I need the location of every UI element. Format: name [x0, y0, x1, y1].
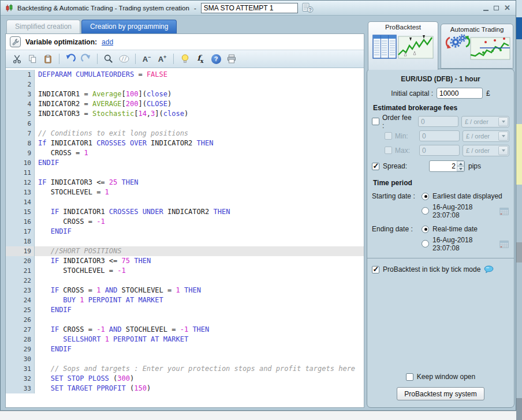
hint-icon[interactable]: [179, 53, 191, 65]
spread-checkbox[interactable]: [372, 163, 379, 170]
spread-input[interactable]: [430, 162, 457, 170]
starting-custom-date: 16-Aug-2018 23:07:08: [432, 203, 494, 219]
maximize-button[interactable]: [494, 6, 499, 10]
max-fee-unit-select[interactable]: £ / order: [463, 145, 509, 156]
code-line[interactable]: 16 CROSS = -1: [6, 217, 364, 227]
wrench-icon: [12, 38, 20, 46]
code-line[interactable]: 24 BUY 1 PERPOINT AT MARKET: [6, 295, 364, 305]
code-line[interactable]: 29 ENDIF: [6, 344, 364, 354]
code-line[interactable]: 6: [6, 119, 364, 129]
order-fee-checkbox[interactable]: [372, 118, 379, 125]
variable-optimization-button[interactable]: [10, 36, 21, 47]
code-line[interactable]: 4INDICATOR2 = AVERAGE[200](CLOSE): [6, 99, 364, 109]
calendar-icon[interactable]: [499, 239, 509, 249]
starting-date-label: Starting date :: [372, 192, 418, 200]
code-line[interactable]: 10ENDIF: [6, 158, 364, 168]
order-fee-input[interactable]: [418, 116, 458, 127]
print-icon[interactable]: [226, 53, 237, 65]
undo-icon[interactable]: [65, 53, 76, 65]
max-fee-input[interactable]: [419, 145, 460, 156]
code-line[interactable]: 22: [6, 276, 364, 286]
tooltip-bubble-icon[interactable]: [484, 265, 494, 273]
code-line[interactable]: 26: [6, 315, 364, 325]
keep-window-checkbox[interactable]: [406, 373, 413, 381]
max-fee-row: Max: £ / order: [372, 143, 509, 158]
min-fee-checkbox[interactable]: [385, 132, 392, 140]
ending-realtime-label: Real-time date: [432, 225, 478, 233]
ending-realtime-radio[interactable]: [422, 226, 429, 233]
spread-stepper[interactable]: [429, 160, 465, 172]
copy-icon[interactable]: [27, 53, 38, 65]
comment-icon[interactable]: //: [118, 53, 130, 65]
tab-creation-by-programming[interactable]: Creation by programming: [81, 20, 177, 33]
spread-increment-button[interactable]: [457, 161, 464, 166]
initial-capital-row: Initial capital : £: [372, 88, 509, 99]
code-line[interactable]: 21 STOCHLEVEL = -1: [6, 266, 364, 276]
code-line[interactable]: 3INDICATOR1 = Average[100](close): [6, 89, 364, 99]
tab-probacktest[interactable]: ProBacktest: [368, 21, 438, 70]
line-number: 19: [6, 246, 35, 256]
code-line[interactable]: 32 SET STOP PLOSS (300): [6, 374, 364, 384]
code-line[interactable]: 30: [6, 354, 364, 364]
tab-automatic-trading[interactable]: Automatic Trading: [441, 24, 513, 69]
min-fee-unit-select[interactable]: £ / order: [463, 130, 509, 142]
code-line[interactable]: 5INDICATOR3 = Stochastic[14,3](close): [6, 109, 364, 119]
code-line[interactable]: 14: [6, 197, 364, 207]
insert-function-icon[interactable]: fx: [195, 53, 206, 65]
code-line[interactable]: 13 STOCHLEVEL = 1: [6, 187, 364, 197]
order-fee-row: Order fee : £ / order: [372, 114, 509, 129]
starting-custom-radio[interactable]: [422, 207, 429, 215]
tick-mode-checkbox[interactable]: [372, 266, 379, 273]
code-line[interactable]: 31 // Sops and targets : Enter your prot…: [6, 364, 364, 374]
min-fee-input[interactable]: [419, 130, 460, 141]
system-description-icon[interactable]: ?: [301, 2, 314, 13]
code-line[interactable]: 2: [6, 80, 364, 89]
code-line[interactable]: 12IF INDICATOR3 <= 25 THEN: [6, 178, 364, 187]
code-line[interactable]: 7// Conditions to exit long positions: [6, 129, 364, 138]
code-line[interactable]: 15 IF INDICATOR1 CROSSES UNDER INDICATOR…: [6, 207, 364, 217]
starting-earliest-radio[interactable]: [422, 193, 429, 200]
code-line[interactable]: 18: [6, 237, 364, 246]
dropdown-arrow-button[interactable]: [498, 146, 508, 155]
code-line[interactable]: 25 ENDIF: [6, 305, 364, 315]
svg-text:?: ?: [308, 7, 311, 13]
initial-capital-input[interactable]: [437, 88, 483, 99]
dropdown-arrow-button[interactable]: [498, 132, 508, 141]
code-line[interactable]: 33 SET TARGET PPROFIT (150): [6, 384, 364, 393]
cut-icon[interactable]: [11, 53, 23, 65]
code-line[interactable]: 27 IF CROSS = -1 AND STOCHLEVEL = -1 THE…: [6, 325, 364, 335]
system-name-input[interactable]: [201, 3, 298, 13]
code-line[interactable]: 28 SELLSHORT 1 PERPOINT AT MARKET: [6, 335, 364, 344]
code-line[interactable]: 20 IF INDICATOR3 <= 75 THEN: [6, 256, 364, 266]
code-line[interactable]: 19 //SHORT POSITIONS: [6, 246, 364, 256]
dropdown-arrow-button[interactable]: [498, 117, 508, 126]
chevron-up-icon: [459, 163, 463, 165]
code-line[interactable]: 11: [6, 168, 364, 178]
probacktest-run-button[interactable]: ProBacktest my system: [397, 387, 484, 400]
code-editor[interactable]: 1DEFPARAM CUMULATEORDERS = FALSE23INDICA…: [6, 68, 364, 407]
font-increase-icon[interactable]: A+: [156, 53, 168, 65]
calendar-icon[interactable]: [499, 207, 509, 216]
close-button[interactable]: ✕: [504, 4, 510, 12]
font-decrease-icon[interactable]: A−: [141, 53, 152, 65]
code-text: [35, 168, 38, 178]
help-icon[interactable]: ?: [210, 53, 222, 65]
order-fee-unit-select[interactable]: £ / order: [461, 116, 509, 127]
tab-simplified-creation[interactable]: Simplified creation: [6, 20, 80, 33]
code-text: [35, 315, 38, 325]
search-icon[interactable]: [103, 53, 114, 65]
code-line[interactable]: 1DEFPARAM CUMULATEORDERS = FALSE: [6, 70, 364, 80]
code-line[interactable]: 8If INDICATOR1 CROSSES OVER INDICATOR2 T…: [6, 138, 364, 148]
code-line[interactable]: 9 CROSS = 1: [6, 148, 364, 158]
redo-icon[interactable]: [80, 53, 92, 65]
code-line[interactable]: 17 ENDIF: [6, 227, 364, 237]
minimize-button[interactable]: [483, 10, 489, 11]
variable-optimization-add-link[interactable]: add: [102, 38, 113, 46]
line-number: 1: [6, 70, 35, 80]
paste-icon[interactable]: [42, 53, 54, 65]
line-number: 33: [6, 384, 35, 393]
code-line[interactable]: 23 IF CROSS = 1 AND STOCHLEVEL = 1 THEN: [6, 286, 364, 295]
spread-decrement-button[interactable]: [457, 166, 464, 171]
ending-custom-radio[interactable]: [422, 240, 429, 247]
max-fee-checkbox[interactable]: [385, 147, 392, 154]
